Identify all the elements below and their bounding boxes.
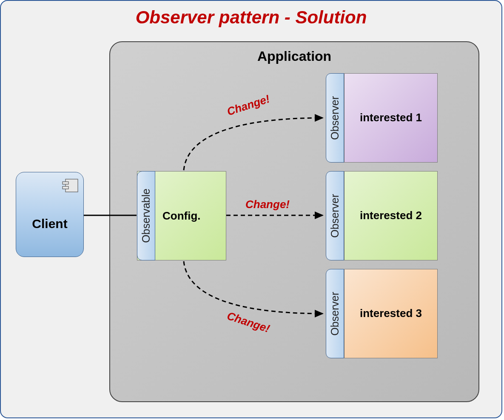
client-label: Client xyxy=(16,217,83,231)
client-box: Client xyxy=(16,172,84,257)
interested-3-label: interested 3 xyxy=(360,306,422,321)
svg-rect-1 xyxy=(63,182,68,184)
observer-tab-3: Observer xyxy=(326,269,344,358)
observer-tab-2: Observer xyxy=(326,171,344,260)
interested-box-2: interested 2 xyxy=(344,171,438,260)
observer-tab-2-label: Observer xyxy=(329,194,341,238)
component-icon xyxy=(62,179,78,192)
observer-tab-3-label: Observer xyxy=(329,292,341,336)
diagram-frame: Observer pattern - Solution Application … xyxy=(0,0,502,418)
application-label: Application xyxy=(110,49,478,64)
interested-2-label: interested 2 xyxy=(360,209,422,223)
change-label-2: Change! xyxy=(245,198,290,211)
diagram-title: Observer pattern - Solution xyxy=(1,7,501,28)
interested-box-3: interested 3 xyxy=(344,269,438,358)
interested-1-label: interested 1 xyxy=(360,111,422,125)
svg-rect-0 xyxy=(65,179,78,192)
observable-tab-label: Observable xyxy=(140,189,152,243)
config-label: Config. xyxy=(162,209,201,223)
observer-tab-1-label: Observer xyxy=(329,96,341,140)
observer-tab-1: Observer xyxy=(326,73,344,163)
svg-rect-2 xyxy=(63,186,68,189)
observable-tab: Observable xyxy=(137,171,155,260)
interested-box-1: interested 1 xyxy=(344,73,438,163)
